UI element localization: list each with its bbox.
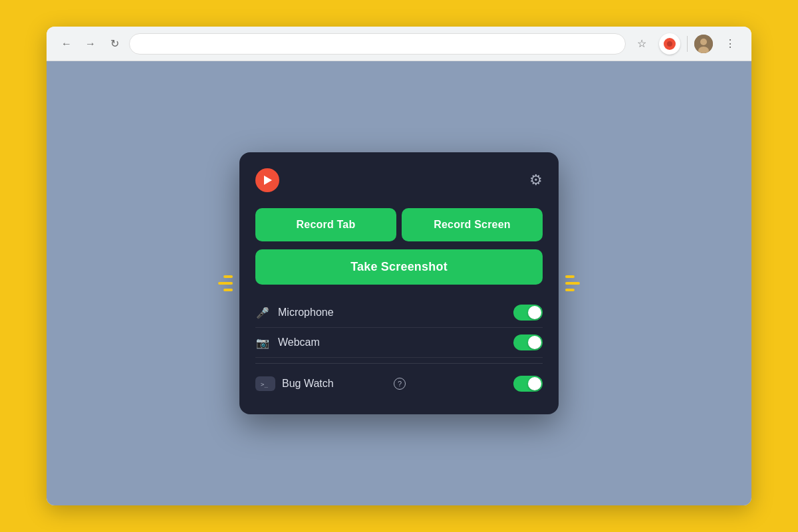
burst-line bbox=[218, 282, 233, 285]
burst-line bbox=[223, 289, 233, 291]
microphone-toggle[interactable] bbox=[513, 305, 543, 321]
avatar-image bbox=[694, 35, 713, 53]
webcam-label: Webcam bbox=[278, 336, 513, 348]
webcam-icon: 📷 bbox=[255, 336, 270, 349]
bug-watch-help-icon[interactable]: ? bbox=[394, 378, 406, 390]
section-divider bbox=[255, 363, 543, 364]
take-screenshot-button[interactable]: Take Screenshot bbox=[255, 249, 543, 285]
burst-line bbox=[565, 289, 575, 291]
browser-frame: ← → ↻ ☆ bbox=[47, 27, 751, 505]
microphone-row: 🎤 Microphone bbox=[255, 298, 543, 328]
popup-header: ⚙ bbox=[255, 168, 543, 192]
microphone-icon: 🎤 bbox=[255, 307, 270, 319]
address-bar[interactable] bbox=[129, 33, 626, 55]
svg-text:>_: >_ bbox=[261, 381, 268, 388]
toggle-knob bbox=[528, 336, 541, 349]
bug-watch-row: >_ Bug Watch ? bbox=[255, 369, 543, 398]
back-button[interactable]: ← bbox=[57, 35, 76, 53]
bug-watch-label: Bug Watch bbox=[282, 378, 390, 390]
record-tab-button[interactable]: Record Tab bbox=[255, 208, 396, 241]
record-dot-inner bbox=[667, 41, 672, 47]
app-logo bbox=[255, 168, 279, 192]
burst-right bbox=[565, 275, 580, 291]
user-avatar[interactable] bbox=[694, 35, 713, 53]
svg-point-1 bbox=[700, 39, 707, 45]
toggle-knob bbox=[528, 377, 541, 390]
star-icon[interactable]: ☆ bbox=[631, 33, 652, 55]
extension-popup: ⚙ Record Tab Record Screen Take Screensh… bbox=[239, 152, 559, 414]
record-buttons-row: Record Tab Record Screen bbox=[255, 208, 543, 241]
bug-watch-icon: >_ bbox=[255, 376, 275, 391]
webcam-toggle[interactable] bbox=[513, 334, 543, 350]
toolbar-divider bbox=[687, 36, 688, 52]
microphone-label: Microphone bbox=[278, 307, 513, 319]
terminal-icon: >_ bbox=[259, 379, 271, 388]
record-screen-button[interactable]: Record Screen bbox=[402, 208, 543, 241]
settings-icon[interactable]: ⚙ bbox=[529, 172, 543, 189]
more-button[interactable]: ⋮ bbox=[720, 33, 741, 55]
webcam-row: 📷 Webcam bbox=[255, 328, 543, 358]
burst-line bbox=[565, 282, 580, 285]
toolbar-icons: ☆ ⋮ bbox=[631, 33, 741, 55]
browser-toolbar: ← → ↻ ☆ bbox=[47, 27, 751, 61]
record-extension-button[interactable] bbox=[659, 33, 680, 55]
play-icon bbox=[264, 176, 272, 185]
bug-watch-toggle[interactable] bbox=[513, 376, 543, 392]
record-dot bbox=[664, 38, 676, 50]
forward-button[interactable]: → bbox=[81, 35, 100, 53]
burst-line bbox=[565, 275, 575, 278]
toggle-knob bbox=[528, 306, 541, 319]
burst-left bbox=[218, 275, 233, 291]
browser-content: ⚙ Record Tab Record Screen Take Screensh… bbox=[47, 61, 751, 505]
refresh-button[interactable]: ↻ bbox=[105, 35, 124, 53]
burst-line bbox=[223, 275, 233, 278]
